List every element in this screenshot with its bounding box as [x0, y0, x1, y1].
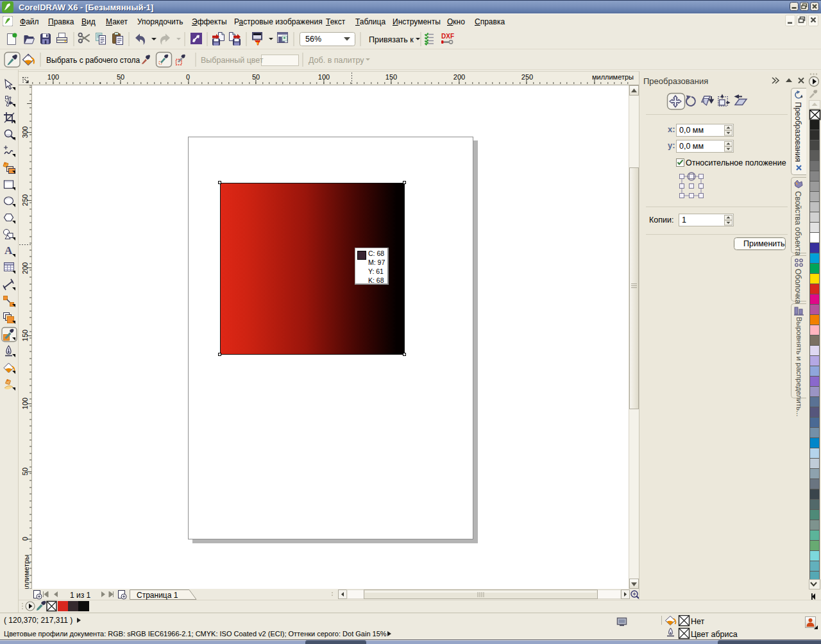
- svg-text:Относительное положение: Относительное положение: [686, 158, 786, 167]
- svg-text:1: 1: [682, 216, 686, 225]
- svg-text:0,0 мм: 0,0 мм: [679, 126, 704, 135]
- svg-text:0,0 мм: 0,0 мм: [679, 142, 704, 151]
- svg-text:Применить: Применить: [743, 239, 785, 248]
- svg-text:x:: x:: [668, 124, 675, 134]
- svg-text:A: A: [4, 244, 13, 257]
- svg-text:56%: 56%: [305, 35, 321, 44]
- svg-text:DXF: DXF: [441, 33, 454, 40]
- svg-text:y:: y:: [668, 140, 675, 150]
- svg-text:Копии:: Копии:: [649, 216, 673, 225]
